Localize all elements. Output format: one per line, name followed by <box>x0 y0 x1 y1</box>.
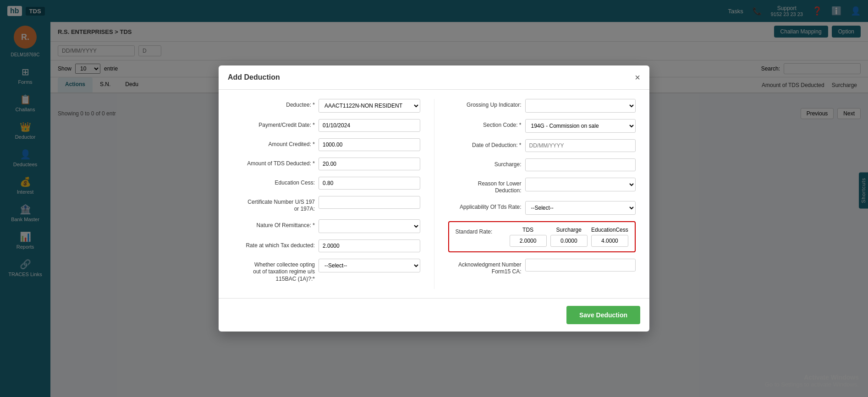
standard-rate-education-cess-input[interactable] <box>591 235 628 247</box>
payment-credit-date-label: Payment/Credit Date: * <box>232 119 315 128</box>
education-cess-input[interactable] <box>319 177 420 190</box>
nature-remittance-control <box>319 219 420 233</box>
rate-tax-deducted-label: Rate at which Tax deducted: <box>232 239 315 249</box>
save-deduction-button[interactable]: Save Deduction <box>566 306 640 324</box>
rate-tax-deducted-control <box>319 239 420 252</box>
amount-tds-label: Amount of TDS Deducted: * <box>232 158 315 167</box>
grossing-up-control <box>525 99 636 113</box>
surcharge-col-header: Surcharge <box>550 227 588 247</box>
deductee-control: AAACT1122N-NON RESIDENT <box>319 99 420 113</box>
grossing-up-select[interactable] <box>525 99 636 113</box>
applicability-tds-rate-select[interactable]: --Select-- <box>525 201 636 215</box>
nature-remittance-field-group: Nature Of Remittance: * <box>232 219 420 233</box>
education-cess-field-group: Education Cess: <box>232 177 420 190</box>
amount-credited-control <box>319 138 420 151</box>
reason-lower-deduction-select[interactable] <box>525 178 636 191</box>
grossing-up-label: Grossing Up Indicator: <box>448 99 522 108</box>
certificate-number-label: Certificate Number U/S 197or 197A: <box>232 196 315 213</box>
rate-tax-deducted-input[interactable] <box>319 239 420 252</box>
section-code-field-group: Section Code: * 194G - Commission on sal… <box>448 119 636 133</box>
date-of-deduction-label: Date of Deduction: * <box>448 139 522 148</box>
reason-lower-deduction-label: Reason for LowerDeduction: <box>448 178 522 195</box>
acknowledgment-label: Acknowledgment NumberForm15 CA: <box>448 259 522 276</box>
modal-title: Add Deduction <box>228 73 280 82</box>
applicability-tds-rate-control: --Select-- <box>525 201 636 215</box>
form-left-col: Deductee: * AAACT1122N-NON RESIDENT Paym… <box>232 99 434 289</box>
standard-rate-surcharge-input[interactable] <box>550 235 588 247</box>
taxation-regime-field-group: Whether collectee optingout of taxation … <box>232 259 420 283</box>
nature-remittance-label: Nature Of Remittance: * <box>232 219 315 228</box>
deductee-select[interactable]: AAACT1122N-NON RESIDENT <box>319 99 420 113</box>
acknowledgment-field-group: Acknowledgment NumberForm15 CA: <box>448 259 636 276</box>
taxation-regime-label: Whether collectee optingout of taxation … <box>232 259 315 283</box>
modal-header: Add Deduction × <box>219 65 649 90</box>
date-of-deduction-control <box>525 139 636 152</box>
section-code-label: Section Code: * <box>448 119 522 128</box>
section-code-select[interactable]: 194G - Commission on sale <box>525 119 636 133</box>
deductee-field-group: Deductee: * AAACT1122N-NON RESIDENT <box>232 99 420 113</box>
surcharge-field-group: Surcharge: <box>448 158 636 171</box>
surcharge-label: Surcharge: <box>448 158 522 168</box>
deductee-label: Deductee: * <box>232 99 315 108</box>
add-deduction-modal: Add Deduction × Deductee: * AAACT1122N-N… <box>219 65 649 332</box>
applicability-tds-rate-label: Applicability Of Tds Rate: <box>448 201 522 210</box>
education-cess-col-header: EducationCess <box>591 227 628 247</box>
taxation-regime-select[interactable]: --Select-- <box>319 259 420 272</box>
amount-credited-label: Amount Credited: * <box>232 138 315 147</box>
amount-tds-control <box>319 158 420 170</box>
form-right-col: Grossing Up Indicator: Section Code: * <box>434 99 636 289</box>
reason-lower-deduction-control <box>525 178 636 191</box>
reason-lower-deduction-field-group: Reason for LowerDeduction: <box>448 178 636 195</box>
education-cess-control <box>319 177 420 190</box>
applicability-tds-rate-field-group: Applicability Of Tds Rate: --Select-- <box>448 201 636 215</box>
amount-tds-field-group: Amount of TDS Deducted: * <box>232 158 420 170</box>
form-two-col: Deductee: * AAACT1122N-NON RESIDENT Paym… <box>232 99 636 289</box>
standard-rate-section: Standard Rate: TDS Surcharge <box>448 221 636 252</box>
section-code-control: 194G - Commission on sale <box>525 119 636 133</box>
amount-credited-field-group: Amount Credited: * <box>232 138 420 151</box>
education-cess-label: Education Cess: <box>232 177 315 186</box>
certificate-number-control <box>319 196 420 209</box>
surcharge-control <box>525 158 636 171</box>
certificate-number-field-group: Certificate Number U/S 197or 197A: <box>232 196 420 213</box>
standard-rate-tds-input[interactable] <box>510 235 547 247</box>
standard-rate-label: Standard Rate: <box>456 227 506 235</box>
tds-col-header: TDS <box>510 227 547 247</box>
modal-overlay: Add Deduction × Deductee: * AAACT1122N-N… <box>0 0 868 397</box>
acknowledgment-control <box>525 259 636 272</box>
modal-footer: Save Deduction <box>219 298 649 332</box>
acknowledgment-input[interactable] <box>525 259 636 272</box>
taxation-regime-control: --Select-- <box>319 259 420 272</box>
payment-credit-date-field-group: Payment/Credit Date: * <box>232 119 420 132</box>
standard-rate-inputs: TDS Surcharge EducationCess <box>510 227 629 247</box>
rate-tax-deducted-field-group: Rate at which Tax deducted: <box>232 239 420 252</box>
amount-credited-input[interactable] <box>319 138 420 151</box>
payment-credit-date-control <box>319 119 420 132</box>
date-of-deduction-field-group: Date of Deduction: * <box>448 139 636 152</box>
grossing-up-field-group: Grossing Up Indicator: <box>448 99 636 113</box>
certificate-number-input[interactable] <box>319 196 420 209</box>
surcharge-input[interactable] <box>525 158 636 171</box>
payment-credit-date-input[interactable] <box>319 119 420 132</box>
modal-body: Deductee: * AAACT1122N-NON RESIDENT Paym… <box>219 90 649 299</box>
nature-remittance-select[interactable] <box>319 219 420 233</box>
date-of-deduction-input[interactable] <box>525 139 636 152</box>
amount-tds-input[interactable] <box>319 158 420 170</box>
modal-close-button[interactable]: × <box>635 73 640 82</box>
